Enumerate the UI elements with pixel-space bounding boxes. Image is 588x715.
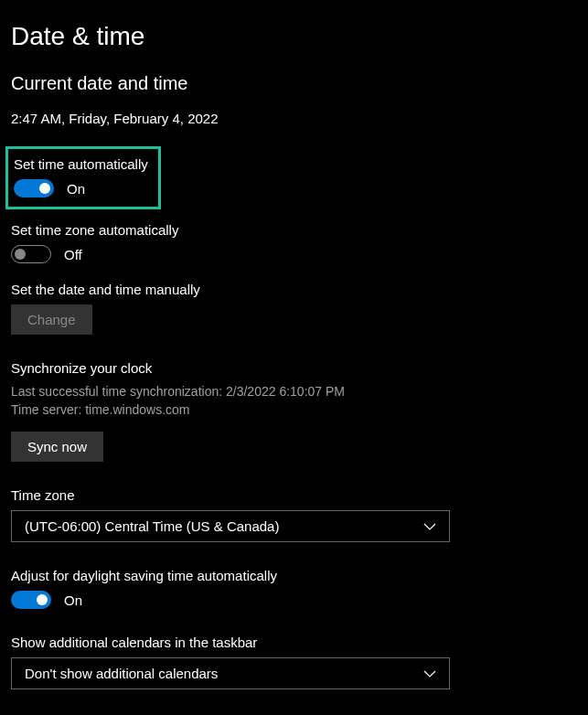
dst-label: Adjust for daylight saving time automati… xyxy=(11,568,577,583)
dst-toggle[interactable] xyxy=(11,591,51,609)
chevron-down-icon xyxy=(423,523,436,530)
set-time-auto-highlight: Set time automatically On xyxy=(5,146,161,209)
set-zone-auto-state: Off xyxy=(64,247,82,262)
manual-datetime-block: Set the date and time manually Change xyxy=(11,282,577,335)
timezone-value: (UTC-06:00) Central Time (US & Canada) xyxy=(25,518,279,534)
timezone-dropdown[interactable]: (UTC-06:00) Central Time (US & Canada) xyxy=(11,510,450,542)
set-zone-auto-block: Set time zone automatically Off xyxy=(11,222,577,263)
set-time-auto-state: On xyxy=(67,181,85,197)
calendars-value: Don't show additional calendars xyxy=(25,666,218,681)
calendars-dropdown[interactable]: Don't show additional calendars xyxy=(11,657,450,689)
page-title: Date & time xyxy=(11,22,577,51)
set-time-auto-toggle[interactable] xyxy=(14,179,54,197)
set-zone-auto-label: Set time zone automatically xyxy=(11,222,577,238)
sync-section: Synchronize your clock Last successful t… xyxy=(11,360,577,462)
sync-now-button[interactable]: Sync now xyxy=(11,432,103,462)
sync-server-line: Time server: time.windows.com xyxy=(11,401,577,420)
chevron-down-icon xyxy=(423,670,436,678)
sync-last-line: Last successful time synchronization: 2/… xyxy=(11,383,577,401)
change-button[interactable]: Change xyxy=(11,304,92,335)
manual-datetime-label: Set the date and time manually xyxy=(11,282,577,297)
timezone-block: Time zone (UTC-06:00) Central Time (US &… xyxy=(11,487,577,542)
set-time-auto-label: Set time automatically xyxy=(14,156,153,172)
current-date-heading: Current date and time xyxy=(11,73,577,94)
dst-state: On xyxy=(64,592,82,608)
current-date-value: 2:47 AM, Friday, February 4, 2022 xyxy=(11,111,577,126)
dst-block: Adjust for daylight saving time automati… xyxy=(11,568,577,609)
sync-heading: Synchronize your clock xyxy=(11,360,577,376)
set-zone-auto-toggle[interactable] xyxy=(11,245,51,263)
calendars-label: Show additional calendars in the taskbar xyxy=(11,635,577,650)
calendars-block: Show additional calendars in the taskbar… xyxy=(11,635,577,689)
timezone-label: Time zone xyxy=(11,487,577,503)
